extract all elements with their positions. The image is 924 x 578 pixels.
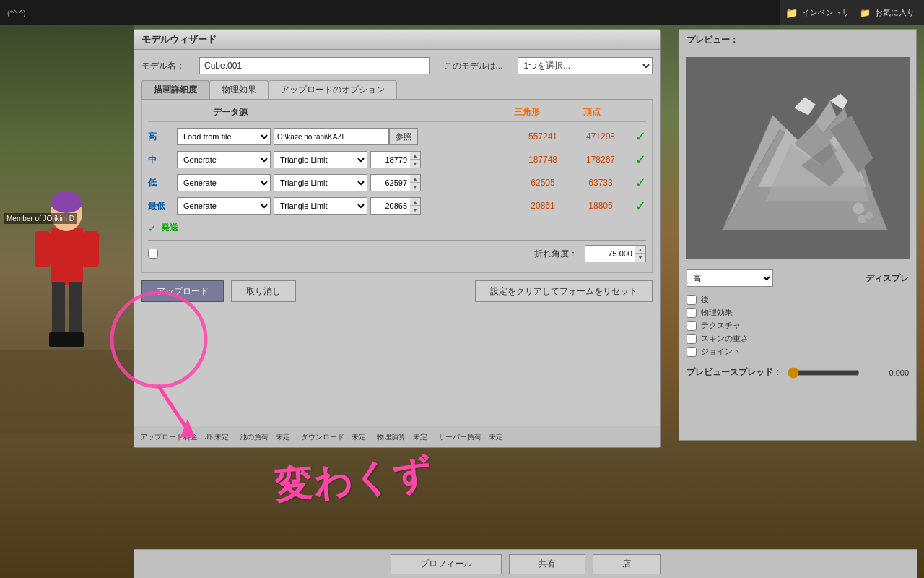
lod-source-mid[interactable]: Generate xyxy=(177,151,271,168)
crease-checkbox[interactable] xyxy=(148,249,158,259)
status-physics: 物理演算：未定 xyxy=(377,432,427,442)
upload-button[interactable]: アップロード xyxy=(141,280,224,302)
svg-point-3 xyxy=(51,191,82,213)
lod-source-high[interactable]: Load from file xyxy=(177,128,271,145)
display-label: ディスプレ xyxy=(866,272,909,285)
lod-tri-mid: 187748 xyxy=(514,155,572,165)
preview-3d-svg xyxy=(687,58,909,259)
lod-value-lowest[interactable] xyxy=(370,197,410,215)
display-lod-checkbox[interactable] xyxy=(687,295,697,305)
svg-point-19 xyxy=(853,203,864,215)
display-option-physics: 物理効果 xyxy=(687,307,909,318)
svg-rect-5 xyxy=(83,231,99,267)
lod-row-lowest: 最低 Generate Triangle Limit ▲ ▼ 20861 188… xyxy=(148,196,646,216)
col-datasource-header: データ源 xyxy=(213,106,300,118)
check-low: ✓ xyxy=(635,175,646,191)
display-skin-label: スキンの重さ xyxy=(701,333,749,344)
svg-rect-1 xyxy=(51,228,83,285)
col-triangles-header: 三角形 xyxy=(494,106,559,118)
tab-physics[interactable]: 物理効果 xyxy=(209,80,269,99)
svg-rect-4 xyxy=(35,231,51,267)
preview-controls: 高 ディスプレ xyxy=(679,265,916,291)
folder-icon-2: 📁 xyxy=(860,8,871,18)
display-physics-checkbox[interactable] xyxy=(687,308,697,318)
buttons-row: アップロード 取り消し 設定をクリアしてフォームをリセット xyxy=(141,280,653,302)
display-joint-label: ジョイント xyxy=(701,346,741,357)
profile-button[interactable]: プロフィール xyxy=(391,554,502,574)
status-pool-load: 池の負荷：未定 xyxy=(240,432,290,442)
svg-point-21 xyxy=(858,215,866,223)
tab-render[interactable]: 描画詳細度 xyxy=(141,80,209,99)
spread-label: プレビュースプレッド： xyxy=(687,366,782,379)
character-area: Member of JO ikim D xyxy=(0,25,134,434)
crease-spin-up[interactable]: ▲ xyxy=(635,246,645,254)
lod-spin-lowest-up[interactable]: ▲ xyxy=(410,198,420,206)
display-option-texture: テクスチャ xyxy=(687,320,909,331)
send-check-icon: ✓ xyxy=(148,223,157,234)
display-joint-checkbox[interactable] xyxy=(687,347,697,357)
preview-lod-select[interactable]: 高 xyxy=(687,269,773,287)
crease-spin-down[interactable]: ▼ xyxy=(635,254,645,262)
svg-rect-0 xyxy=(0,350,134,434)
reset-button[interactable]: 設定をクリアしてフォームをリセット xyxy=(475,280,653,302)
lod-vert-low: 63733 xyxy=(572,178,629,188)
top-bar-text: (*^-^) xyxy=(7,9,26,17)
spread-slider[interactable] xyxy=(788,367,860,379)
spread-row: プレビュースプレッド： 0.000 xyxy=(679,362,916,383)
lod-tri-low: 62505 xyxy=(514,178,572,188)
model-type-select[interactable]: 1つを選択... xyxy=(518,57,653,74)
shop-button[interactable]: 店 xyxy=(593,554,661,574)
tab-upload[interactable]: アップロードのオプション xyxy=(269,80,397,99)
display-texture-checkbox[interactable] xyxy=(687,321,697,331)
main-dialog: モデルウィザード モデル名： このモデルは... 1つを選択... 描画詳細度 … xyxy=(134,29,661,448)
lod-area: データ源 三角形 頂点 高 Load from file 参照 557241 4… xyxy=(141,100,653,273)
status-upload-fee: アップロード料金：J$ 未定 xyxy=(140,432,229,442)
model-name-input[interactable] xyxy=(199,57,430,74)
dialog-titlebar: モデルウィザード xyxy=(134,30,660,50)
left-sidebar: Member of JO ikim D xyxy=(0,25,134,434)
share-button[interactable]: 共有 xyxy=(509,554,585,574)
crease-input[interactable] xyxy=(585,245,635,262)
lod-source-low[interactable]: Generate xyxy=(177,174,271,191)
check-lowest: ✓ xyxy=(635,198,646,214)
display-physics-label: 物理効果 xyxy=(701,307,733,318)
lod-type-lowest[interactable]: Triangle Limit xyxy=(274,197,367,215)
lod-spin-mid-down[interactable]: ▼ xyxy=(410,160,420,168)
member-text: Member of JO ikim D xyxy=(4,213,77,224)
svg-rect-7 xyxy=(69,282,82,340)
lod-row-mid: 中 Generate Triangle Limit ▲ ▼ 187748 178… xyxy=(148,150,646,170)
check-high: ✓ xyxy=(635,129,646,144)
svg-rect-6 xyxy=(52,282,65,340)
lod-value-mid[interactable] xyxy=(370,151,410,168)
display-options: 後 物理効果 テクスチャ スキンの重さ ジョイント xyxy=(679,291,916,362)
display-option-joint: ジョイント xyxy=(687,346,909,357)
lod-type-low[interactable]: Triangle Limit xyxy=(274,174,367,191)
lod-spin-low-up[interactable]: ▲ xyxy=(410,175,420,183)
lod-tri-lowest: 20861 xyxy=(514,201,572,211)
display-skin-checkbox[interactable] xyxy=(687,334,697,344)
display-lod-label: 後 xyxy=(701,294,709,305)
crease-spin: ▲ ▼ xyxy=(635,245,646,262)
lod-vert-high: 471298 xyxy=(572,131,629,142)
status-bar: アップロード料金：J$ 未定 池の負荷：未定 ダウンロード：未定 物理演算：未定… xyxy=(134,426,660,447)
svg-rect-9 xyxy=(66,332,84,347)
model-name-row: モデル名： このモデルは... 1つを選択... xyxy=(141,57,653,74)
status-download: ダウンロード：未定 xyxy=(301,432,366,442)
lod-spin-mid-up[interactable]: ▲ xyxy=(410,152,420,160)
crease-input-container: ▲ ▼ xyxy=(585,245,646,262)
lod-browse-high[interactable]: 参照 xyxy=(389,128,418,145)
lod-value-low-container: ▲ ▼ xyxy=(370,174,421,191)
send-label: 発送 xyxy=(161,222,178,234)
cancel-button[interactable]: 取り消し xyxy=(231,280,296,302)
svg-point-20 xyxy=(866,212,873,219)
lod-spin-lowest-down[interactable]: ▼ xyxy=(410,206,420,214)
preview-image-area xyxy=(686,57,910,259)
lod-source-lowest[interactable]: Generate xyxy=(177,197,271,215)
lod-type-mid[interactable]: Triangle Limit xyxy=(274,151,367,168)
lod-value-low[interactable] xyxy=(370,174,410,191)
lod-spin-low-down[interactable]: ▼ xyxy=(410,183,420,191)
dialog-title: モデルウィザード xyxy=(141,33,217,46)
crease-label: 折れ角度： xyxy=(534,248,578,260)
lod-row-low: 低 Generate Triangle Limit ▲ ▼ 62505 6373… xyxy=(148,173,646,193)
lod-file-high[interactable] xyxy=(274,128,389,145)
